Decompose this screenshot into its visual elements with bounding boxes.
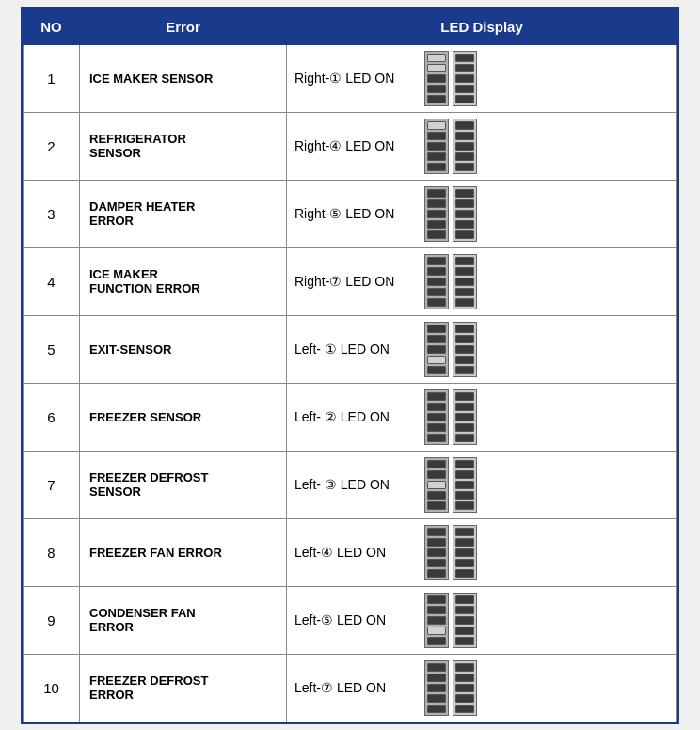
table-row: 8FREEZER FAN ERRORLeft-④ LED ON: [24, 518, 677, 586]
row-error: FREEZER FAN ERROR: [80, 518, 287, 586]
led-text: Left-④ LED ON: [294, 545, 417, 560]
row-led-display: Left-⑦ LED ON: [287, 654, 677, 722]
header-no: NO: [24, 8, 80, 44]
row-error: REFRIGERATOR SENSOR: [80, 112, 287, 180]
led-text: Left-⑤ LED ON: [294, 612, 417, 627]
row-error: EXIT-SENSOR: [80, 315, 287, 383]
row-error: CONDENSER FAN ERROR: [80, 586, 287, 654]
row-led-display: Right-⑤ LED ON: [287, 180, 677, 247]
table-row: 10FREEZER DEFROST ERRORLeft-⑦ LED ON: [24, 654, 677, 722]
table-row: 7FREEZER DEFROST SENSORLeft- ③ LED ON: [24, 451, 677, 518]
row-led-display: Left- ② LED ON: [287, 383, 677, 451]
led-text: Right-① LED ON: [294, 71, 417, 86]
row-led-display: Right-⑦ LED ON: [287, 247, 677, 315]
led-text: Left- ② LED ON: [294, 409, 417, 424]
table-row: 9CONDENSER FAN ERRORLeft-⑤ LED ON: [24, 586, 677, 654]
row-error: ICE MAKER FUNCTION ERROR: [80, 247, 287, 315]
row-no: 9: [24, 586, 80, 654]
error-table: NO Error LED Display 1ICE MAKER SENSORRi…: [23, 8, 677, 722]
row-no: 6: [24, 383, 80, 451]
row-no: 7: [24, 451, 80, 518]
table-row: 4ICE MAKER FUNCTION ERRORRight-⑦ LED ON: [24, 247, 677, 315]
header-error: Error: [80, 8, 287, 44]
row-led-display: Right-④ LED ON: [287, 112, 677, 180]
row-error: FREEZER SENSOR: [80, 383, 287, 451]
row-led-display: Left- ① LED ON: [287, 315, 677, 383]
row-no: 3: [24, 180, 80, 247]
row-no: 8: [24, 518, 80, 586]
led-text: Right-④ LED ON: [294, 138, 417, 153]
row-led-display: Left- ③ LED ON: [287, 451, 677, 518]
table-row: 5EXIT-SENSORLeft- ① LED ON: [24, 315, 677, 383]
header-led: LED Display: [287, 8, 677, 44]
led-text: Left- ③ LED ON: [294, 477, 417, 492]
row-no: 4: [24, 247, 80, 315]
row-error: FREEZER DEFROST SENSOR: [80, 451, 287, 518]
row-no: 2: [24, 112, 80, 180]
row-no: 10: [24, 654, 80, 722]
led-text: Right-⑦ LED ON: [294, 274, 417, 289]
error-table-wrapper: NO Error LED Display 1ICE MAKER SENSORRi…: [21, 7, 679, 724]
led-text: Left-⑦ LED ON: [294, 680, 417, 695]
row-error: FREEZER DEFROST ERROR: [80, 654, 287, 722]
row-no: 5: [24, 315, 80, 383]
row-error: ICE MAKER SENSOR: [80, 44, 287, 112]
led-text: Left- ① LED ON: [294, 341, 417, 357]
table-row: 1ICE MAKER SENSORRight-① LED ON: [24, 44, 677, 112]
table-row: 2REFRIGERATOR SENSORRight-④ LED ON: [24, 112, 677, 180]
table-row: 6FREEZER SENSORLeft- ② LED ON: [24, 383, 677, 451]
row-error: DAMPER HEATER ERROR: [80, 180, 287, 247]
row-no: 1: [24, 44, 80, 112]
row-led-display: Right-① LED ON: [287, 44, 677, 112]
table-row: 3DAMPER HEATER ERRORRight-⑤ LED ON: [24, 180, 677, 247]
row-led-display: Left-⑤ LED ON: [287, 586, 677, 654]
led-text: Right-⑤ LED ON: [294, 206, 417, 221]
row-led-display: Left-④ LED ON: [287, 518, 677, 586]
